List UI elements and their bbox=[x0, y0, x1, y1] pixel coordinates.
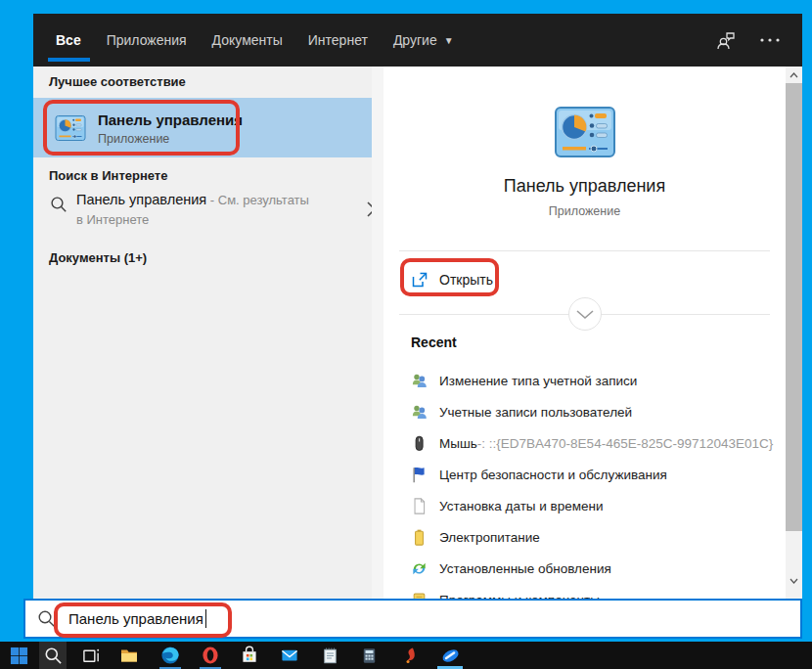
recent-item[interactable]: Мышь -: ::{ED7BA470-8E54-465E-825C-99712… bbox=[383, 427, 786, 459]
tab-документы[interactable]: Документы bbox=[212, 14, 283, 67]
recent-item[interactable]: Учетные записи пользователей bbox=[383, 396, 786, 427]
divider bbox=[399, 250, 770, 251]
recent-item-label: Центр безопасности и обслуживания bbox=[439, 468, 667, 482]
tab-label: Документы bbox=[212, 32, 283, 48]
recent-item[interactable]: Изменение типа учетной записи bbox=[383, 365, 786, 396]
taskbar bbox=[0, 642, 812, 669]
desktop-background: ВсеПриложенияДокументыИнтернетДругие▼ Лу… bbox=[0, 0, 812, 669]
section-web-search: Поиск в Интернете bbox=[49, 168, 167, 183]
flag-icon bbox=[411, 467, 428, 483]
header-actions bbox=[714, 14, 781, 67]
tab-все[interactable]: Все bbox=[56, 14, 81, 67]
recent-item-label: Учетные записи пользователей bbox=[439, 405, 632, 420]
taskbar-file-explorer-button[interactable] bbox=[115, 642, 143, 669]
recent-list: Изменение типа учетной записиУчетные зап… bbox=[383, 365, 786, 599]
scrollbar[interactable] bbox=[786, 67, 802, 599]
recent-item-label: Электропитание bbox=[439, 530, 540, 545]
taskbar-opera-button[interactable] bbox=[197, 642, 224, 669]
web-search-text: Панель управления - См. результаты в Инт… bbox=[76, 190, 321, 241]
preview-title: Панель управления bbox=[383, 176, 786, 197]
web-search-result[interactable]: Панель управления - См. результаты в Инт… bbox=[33, 190, 372, 241]
recent-item[interactable]: Электропитание bbox=[383, 521, 786, 553]
scrollbar-thumb[interactable] bbox=[786, 83, 802, 531]
web-search-hint: - См. результаты bbox=[206, 193, 309, 207]
taskbar-store-button[interactable] bbox=[236, 642, 263, 669]
control-panel-icon-large bbox=[554, 101, 616, 163]
recent-item[interactable]: Установка даты и времени bbox=[383, 490, 786, 521]
annotation-open-button bbox=[400, 258, 499, 296]
start-icon bbox=[10, 647, 28, 665]
taskbar-search-button[interactable] bbox=[39, 642, 67, 669]
notepad-icon bbox=[321, 647, 339, 665]
taskbar-start-button[interactable] bbox=[5, 642, 32, 669]
taskbar-edge-button[interactable] bbox=[157, 642, 184, 669]
tab-label: Все bbox=[56, 32, 81, 48]
scroll-up-button[interactable] bbox=[786, 67, 802, 83]
tab-label: Приложения bbox=[107, 32, 187, 48]
pen-icon bbox=[440, 646, 461, 666]
components-icon bbox=[411, 592, 428, 600]
more-options-icon[interactable] bbox=[759, 36, 781, 44]
opera-icon bbox=[201, 646, 220, 665]
recent-section-label: Recent bbox=[411, 334, 457, 350]
taskbar-task-view-button[interactable] bbox=[77, 642, 105, 669]
taskbar-search-icon bbox=[44, 647, 63, 665]
scroll-down-button[interactable] bbox=[786, 572, 802, 589]
tab-интернет[interactable]: Интернет bbox=[308, 14, 368, 67]
taskbar-mail-button[interactable] bbox=[276, 642, 303, 669]
preview-subtitle: Приложение bbox=[383, 204, 786, 218]
recent-item-label: Изменение типа учетной записи bbox=[439, 374, 637, 388]
annotation-best-match bbox=[43, 100, 240, 156]
folder-icon bbox=[119, 646, 139, 665]
store-icon bbox=[240, 646, 259, 665]
panel-gutter bbox=[372, 67, 383, 599]
edge-icon bbox=[160, 646, 180, 665]
recent-item-suffix: -: ::{ED7BA470-8E54-465E-825C-99712043E0… bbox=[477, 436, 773, 451]
feedback-user-icon[interactable] bbox=[714, 28, 738, 52]
expand-button[interactable] bbox=[568, 297, 602, 331]
mail-icon bbox=[280, 646, 299, 665]
task-view-icon bbox=[82, 647, 101, 665]
preview-panel: Панель управления Приложение Открыть Rec… bbox=[383, 67, 786, 599]
tab-другие[interactable]: Другие▼ bbox=[393, 14, 454, 67]
updates-icon bbox=[411, 560, 428, 577]
web-search-query: Панель управления bbox=[76, 192, 206, 207]
document-icon bbox=[411, 498, 428, 514]
tab-приложения[interactable]: Приложения bbox=[107, 14, 187, 67]
recent-item-label: Мышь bbox=[439, 436, 477, 451]
section-documents: Документы (1+) bbox=[49, 250, 147, 265]
tab-label: Интернет bbox=[308, 32, 368, 48]
tab-label: Другие bbox=[393, 32, 437, 48]
recent-item[interactable]: Установленные обновления bbox=[383, 553, 786, 584]
search-icon bbox=[50, 196, 68, 213]
calculator-icon bbox=[360, 647, 379, 665]
taskbar-pen-tool-button[interactable] bbox=[436, 642, 464, 669]
taskbar-notepad-button[interactable] bbox=[316, 642, 343, 669]
recent-item-label: Установка даты и времени bbox=[439, 499, 604, 513]
taskbar-calculator-button[interactable] bbox=[355, 642, 383, 669]
search-header: ВсеПриложенияДокументыИнтернетДругие▼ bbox=[33, 14, 802, 67]
recent-item-label: Установленные обновления bbox=[439, 561, 611, 576]
user-accounts-icon bbox=[411, 373, 428, 389]
user-accounts-icon bbox=[411, 404, 428, 421]
recent-item[interactable]: Центр безопасности и обслуживания bbox=[383, 459, 786, 490]
annotation-search-text bbox=[54, 602, 232, 638]
chevron-down-icon: ▼ bbox=[444, 35, 454, 46]
web-search-hint-line2: в Интернете bbox=[76, 210, 321, 230]
section-best-match: Лучшее соответствие bbox=[49, 74, 186, 89]
taskbar-screen-tool-button[interactable] bbox=[396, 642, 424, 669]
search-filter-tabs: ВсеПриложенияДокументыИнтернетДругие▼ bbox=[33, 14, 479, 67]
mouse-icon bbox=[411, 435, 428, 452]
power-icon bbox=[411, 529, 428, 546]
recent-item[interactable]: Программы и компоненты bbox=[383, 584, 786, 599]
red-app-icon bbox=[401, 647, 420, 665]
